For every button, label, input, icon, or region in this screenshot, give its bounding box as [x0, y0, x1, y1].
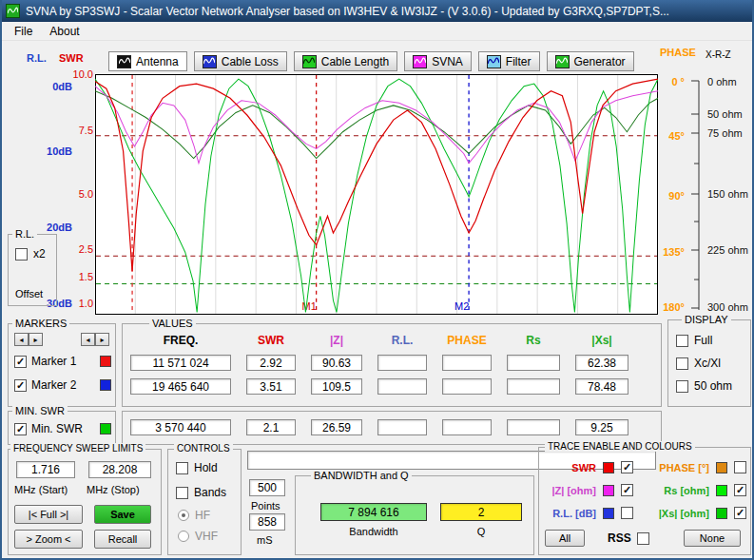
- no-traces-button[interactable]: None: [684, 530, 741, 547]
- rss-checkbox[interactable]: [637, 532, 649, 545]
- vhf-radio[interactable]: [178, 531, 189, 542]
- controls-group-title: CONTROLS: [174, 443, 233, 454]
- mhz-start-label: MHz (Start): [14, 484, 68, 495]
- recall-button[interactable]: Recall: [94, 530, 151, 549]
- marker2-right-arrow-button[interactable]: ▸: [95, 333, 109, 346]
- vhf-label: VHF: [195, 530, 218, 543]
- zoom-button[interactable]: > Zoom <: [14, 530, 83, 549]
- svna-window: SVNA by SP3SWJ - Scalar Vector Network A…: [0, 0, 754, 560]
- trace-color-swatch: [603, 508, 614, 519]
- tab-label: Antenna: [136, 55, 179, 68]
- menu-bar: File About: [2, 22, 752, 41]
- trace-color-swatch: [603, 462, 614, 473]
- phase-tick-90: 90°: [656, 190, 685, 202]
- full-span-button[interactable]: |< Full >|: [14, 505, 83, 524]
- marker1-color-swatch: [100, 356, 111, 367]
- display-50ohm-checkbox[interactable]: [676, 380, 688, 393]
- trace-enable-checkbox[interactable]: [621, 461, 633, 473]
- trace-enable-checkbox[interactable]: [734, 484, 746, 496]
- values-group: VALUES FREQ.SWR|Z|R.L.PHASERs|Xs|11 571 …: [122, 323, 662, 407]
- trace-enable-checkbox[interactable]: [734, 507, 746, 519]
- trace-color-swatch: [716, 462, 727, 473]
- marker1-left-arrow-button[interactable]: ◂: [14, 333, 29, 346]
- marker1-label: Marker 1: [31, 355, 100, 368]
- values-cell: 3.51: [246, 378, 296, 395]
- values-table: FREQ.SWR|Z|R.L.PHASERs|Xs|11 571 0242.92…: [130, 334, 628, 395]
- trace-color-swatch: [716, 508, 727, 519]
- tab-label: Generator: [574, 55, 626, 68]
- all-traces-button[interactable]: All: [545, 530, 585, 547]
- cable-length-tab-icon: [302, 55, 317, 68]
- db-tick-0: 0dB: [34, 81, 72, 92]
- values-header: |Xs|: [575, 334, 628, 347]
- tab-label: Cable Loss: [222, 55, 279, 68]
- phase-tick-0: 0 °: [656, 76, 685, 87]
- trace-enable-checkbox[interactable]: [734, 461, 746, 473]
- trace-enable-checkbox[interactable]: [621, 507, 633, 519]
- trace-label: Rs [ohm]: [641, 485, 709, 496]
- marker2-label: Marker 2: [31, 378, 100, 392]
- tab-antenna[interactable]: Antenna: [108, 51, 187, 71]
- tab-cable-length[interactable]: Cable Length: [294, 51, 397, 71]
- menu-file[interactable]: File: [6, 23, 41, 40]
- rl-group-title: R.L.: [12, 228, 37, 240]
- values-header: R.L.: [377, 334, 427, 347]
- trace-enable-group: TRACE ENABLE AND COLOURS SWRPHASE [°]|Z|…: [538, 447, 751, 555]
- save-button[interactable]: Save: [94, 505, 151, 524]
- hold-checkbox[interactable]: [176, 462, 188, 474]
- display-full-checkbox[interactable]: [676, 335, 688, 347]
- filter-tab-icon: [487, 55, 501, 68]
- marker1-checkbox[interactable]: [14, 356, 27, 368]
- tab-generator[interactable]: Generator: [547, 51, 634, 71]
- values-cell: 90.63: [311, 355, 362, 371]
- values-cell: 78.48: [575, 378, 628, 395]
- tab-label: SVNA: [432, 55, 463, 68]
- sweep-chart[interactable]: M1M2: [95, 74, 658, 315]
- cable-loss-tab-icon: [203, 55, 217, 68]
- tab-svna[interactable]: SVNA: [404, 51, 472, 71]
- phase-tick-180: 180°: [656, 301, 685, 313]
- hf-radio[interactable]: [178, 510, 189, 521]
- ohm-tick-75: 75 ohm: [707, 127, 743, 139]
- swr-tick-1: 1.0: [68, 298, 93, 309]
- q-value-field: 2: [440, 503, 522, 521]
- marker2-left-arrow-button[interactable]: ◂: [81, 333, 95, 346]
- trace-enable-checkbox[interactable]: [621, 484, 633, 496]
- markers-group-title: MARKERS: [12, 318, 69, 329]
- markers-group: MARKERS ◂ ▸ ◂ ▸ Marker 1 Marker 2: [8, 323, 116, 407]
- values-cell: 2.92: [246, 355, 296, 371]
- trace-label: |Xs| [ohm]: [641, 508, 709, 519]
- trace-color-swatch: [603, 485, 614, 496]
- bands-checkbox[interactable]: [176, 487, 188, 499]
- right-axis-ruler: [688, 76, 702, 316]
- x2-checkbox[interactable]: [15, 248, 28, 261]
- svg-text:M2: M2: [454, 300, 469, 312]
- tab-filter[interactable]: Filter: [478, 51, 540, 71]
- display-xcxl-checkbox[interactable]: [676, 357, 688, 370]
- sweep-limits-group: FREQUENCY SWEEP LIMITS MHz (Start) MHz (…: [8, 449, 162, 555]
- values-cell: [507, 378, 560, 395]
- offset-label: Offset: [15, 288, 43, 299]
- values-header: Rs: [507, 334, 560, 347]
- stop-frequency-input[interactable]: [88, 461, 151, 478]
- tab-label: Filter: [506, 55, 532, 68]
- min-swr-cell: 26.59: [311, 419, 362, 435]
- menu-about[interactable]: About: [41, 23, 87, 40]
- swr-tick-7-5: 7.5: [68, 125, 93, 136]
- marker2-color-swatch: [100, 379, 111, 391]
- values-header: PHASE: [442, 334, 492, 347]
- start-frequency-input[interactable]: [16, 461, 75, 478]
- swr-tick-1-5: 1.5: [68, 271, 93, 282]
- marker2-checkbox[interactable]: [14, 379, 27, 392]
- hold-label: Hold: [194, 461, 218, 474]
- points-input[interactable]: 500: [249, 479, 285, 496]
- min-swr-group: MIN. SWR Min. SWR: [8, 411, 116, 445]
- tab-cable-loss[interactable]: Cable Loss: [194, 51, 287, 71]
- min-swr-group-title: MIN. SWR: [12, 405, 68, 416]
- swr-tick-10: 10.0: [68, 68, 93, 80]
- min-swr-checkbox[interactable]: [14, 423, 27, 435]
- values-header: FREQ.: [130, 334, 231, 347]
- values-group-title: VALUES: [149, 318, 196, 329]
- marker1-right-arrow-button[interactable]: ▸: [29, 333, 43, 346]
- xrz-axis-label: X-R-Z: [706, 49, 731, 60]
